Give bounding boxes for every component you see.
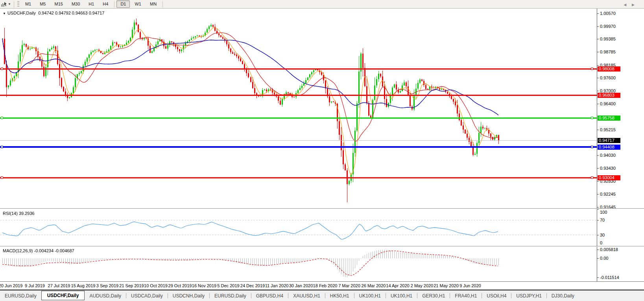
date-tick-label: 27 Jul 2019 bbox=[48, 283, 70, 288]
chart-tab-uk100-h1[interactable]: UK100,H1 bbox=[354, 292, 386, 300]
chart-tab-ger30-h1[interactable]: GER30,H1 bbox=[417, 292, 450, 300]
axis-tick bbox=[597, 65, 599, 66]
axis-tick-label: 0.92245 bbox=[600, 192, 616, 196]
ohlc-low: 0.94663 bbox=[72, 11, 88, 15]
axis-tick bbox=[597, 235, 599, 235]
axis-tick bbox=[597, 168, 599, 169]
collapse-chart-icon[interactable]: ▼ bbox=[3, 12, 6, 15]
chart-tab-hk50-h1[interactable]: HK50,H1 bbox=[325, 292, 354, 300]
macd-label: MACD(12,26,9) -0.004234 -0.004687 bbox=[3, 248, 74, 253]
axis-tick-label: 0.94030 bbox=[600, 153, 616, 158]
date-tick-label: 11 Jan 2020 bbox=[265, 283, 289, 288]
date-tick-label: 16 Nov 2019 bbox=[192, 283, 216, 288]
timeframe-button-mn[interactable]: MN bbox=[146, 0, 161, 8]
axis-tick bbox=[597, 13, 599, 14]
axis-tick-label: 0.97600 bbox=[600, 75, 616, 80]
axis-tick-label: 0.95215 bbox=[600, 127, 616, 132]
chart-tab-usdcnh-daily[interactable]: USDCNH,Daily bbox=[168, 292, 209, 300]
ohlc-high: 0.94792 bbox=[55, 11, 71, 15]
toolbar-separator bbox=[114, 1, 114, 7]
date-tick-label: 15 Aug 2019 bbox=[71, 283, 96, 288]
chart-symbol-period: USDCHF,Daily bbox=[7, 11, 36, 15]
axis-tick-label: 1.00570 bbox=[600, 11, 616, 16]
macd-canvas[interactable] bbox=[0, 247, 597, 282]
chart-tab-usoil-h4[interactable]: USOil,H4 bbox=[482, 292, 511, 300]
axis-tick bbox=[597, 39, 599, 39]
price-axis: 1.005700.999700.993850.987850.981850.976… bbox=[597, 9, 644, 208]
macd-axis: 0.0058180.00-0.011514 bbox=[597, 247, 644, 282]
date-tick-label: 20 Jun 2019 bbox=[0, 283, 22, 288]
price-line-label: 0.94408 bbox=[598, 145, 620, 150]
axis-tick bbox=[597, 52, 599, 52]
axis-tick bbox=[597, 277, 599, 278]
rsi-canvas[interactable] bbox=[0, 209, 597, 246]
price-chart-canvas[interactable] bbox=[0, 9, 597, 208]
chart-tab-uk100-h1[interactable]: UK100,H1 bbox=[386, 292, 417, 300]
date-tick-label: 7 Mar 2020 bbox=[338, 283, 360, 288]
chart-tool-dropdown-caret[interactable]: ▼ bbox=[8, 2, 11, 6]
axis-tick-label: 0.98785 bbox=[600, 50, 616, 54]
axis-tick bbox=[597, 194, 599, 195]
rsi-axis: 10070300 bbox=[597, 209, 644, 246]
tab-scroll-right-icon[interactable]: ▶ bbox=[632, 3, 640, 7]
terminal-window: ▼ M1M5M15M30H1H4D1W1MN ▼USDCHF,Daily 0.9… bbox=[0, 0, 644, 301]
axis-tick bbox=[597, 78, 599, 78]
timeframe-button-m5[interactable]: M5 bbox=[36, 0, 50, 8]
chart-tab-audusd-daily[interactable]: AUDUSD,Daily bbox=[85, 292, 126, 300]
ohlc-close: 0.94717 bbox=[89, 11, 105, 15]
chart-tab-xauusd-h1[interactable]: XAUUSD,H1 bbox=[288, 292, 325, 300]
date-tick-label: 26 Mar 2020 bbox=[362, 283, 386, 288]
toolbar-grip[interactable] bbox=[17, 1, 19, 7]
timeframe-button-m1[interactable]: M1 bbox=[21, 0, 35, 8]
date-tick-label: 9 Jun 2020 bbox=[459, 283, 481, 288]
date-axis[interactable]: 20 Jun 20199 Jul 201927 Jul 201915 Aug 2… bbox=[0, 282, 644, 290]
timeframe-button-h1[interactable]: H1 bbox=[85, 0, 98, 8]
timeframe-button-m15[interactable]: M15 bbox=[50, 0, 66, 8]
price-line-label: 0.93004 bbox=[598, 175, 620, 180]
chart-pointer-icon[interactable] bbox=[1, 2, 7, 7]
date-tick-label: 24 Dec 2019 bbox=[240, 283, 265, 288]
ohlc-open: 0.94742 bbox=[38, 11, 54, 15]
axis-tick bbox=[597, 91, 599, 91]
chart-tab-bar: EURUSD,DailyUSDCHF,DailyAUDUSD,DailyUSDC… bbox=[0, 290, 644, 301]
axis-tick-label: 70 bbox=[600, 218, 605, 222]
date-tick-label: 30 Jan 2020 bbox=[289, 283, 313, 288]
chart-tab-usdcad-daily[interactable]: USDCAD,Daily bbox=[126, 292, 168, 300]
timeframe-toolbar: ▼ M1M5M15M30H1H4D1W1MN bbox=[0, 0, 644, 9]
timeframe-button-w1[interactable]: W1 bbox=[131, 0, 145, 8]
axis-tick bbox=[597, 207, 599, 207]
axis-tick bbox=[597, 220, 599, 220]
toolbar-separator bbox=[162, 1, 163, 7]
axis-tick bbox=[597, 181, 599, 182]
date-tick-label: 18 Feb 2020 bbox=[313, 283, 338, 288]
axis-tick bbox=[597, 130, 599, 130]
chart-tab-gbpusd-h4[interactable]: GBPUSD,H4 bbox=[251, 292, 288, 300]
date-tick-label: 14 Apr 2020 bbox=[386, 283, 409, 288]
tab-scroll-left-icon[interactable]: ◀ bbox=[624, 3, 632, 7]
chart-tab-dj30-daily[interactable]: DJ30,Daily bbox=[547, 292, 579, 300]
axis-tick-label: 0 bbox=[600, 240, 602, 245]
date-tick-label: 21 May 2020 bbox=[434, 283, 459, 288]
date-tick-label: 29 Oct 2019 bbox=[168, 283, 192, 288]
axis-tick bbox=[597, 155, 599, 156]
date-tick-label: 5 Dec 2019 bbox=[217, 283, 239, 288]
rsi-label: RSI(14) 39.2936 bbox=[3, 211, 35, 216]
chart-tab-usdchf-daily[interactable]: USDCHF,Daily bbox=[41, 291, 85, 300]
chart-tab-fra40-h1[interactable]: FRA40,H1 bbox=[450, 292, 482, 300]
axis-tick bbox=[597, 250, 599, 250]
axis-tick-label: 0.005818 bbox=[600, 247, 618, 252]
timeframe-button-m30[interactable]: M30 bbox=[68, 0, 84, 8]
chart-tab-usdjpy-h1[interactable]: USDJPY,H1 bbox=[511, 292, 546, 300]
axis-tick bbox=[597, 104, 599, 104]
chart-tab-eurusd-daily[interactable]: EURUSD,Daily bbox=[0, 292, 41, 300]
price-line-label: 0.98008 bbox=[598, 66, 620, 72]
price-line-label: 0.94717 bbox=[598, 138, 620, 143]
timeframe-button-h4[interactable]: H4 bbox=[99, 0, 112, 8]
date-tick-label: 9 Jul 2019 bbox=[25, 283, 45, 288]
axis-tick bbox=[597, 209, 599, 209]
price-line-label: 0.95758 bbox=[598, 116, 620, 121]
chart-tab-eurusd-daily[interactable]: EURUSD,Daily bbox=[210, 292, 251, 300]
axis-tick-label: -0.011514 bbox=[600, 275, 619, 280]
axis-tick-label: 30 bbox=[600, 233, 605, 237]
timeframe-button-d1[interactable]: D1 bbox=[116, 0, 130, 8]
